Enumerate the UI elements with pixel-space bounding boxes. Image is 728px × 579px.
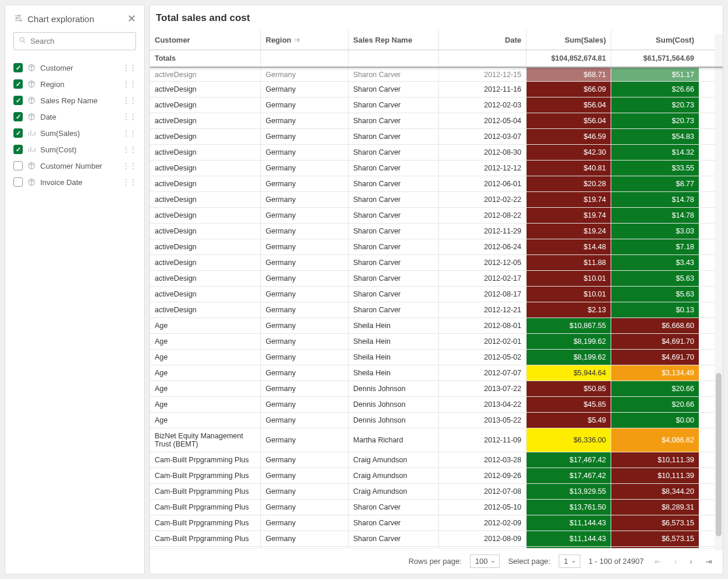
cell-customer: Age	[150, 334, 261, 349]
vertical-scrollbar[interactable]	[715, 34, 723, 550]
table-row[interactable]: activeDesignGermanySharon Carver2012-11-…	[150, 82, 723, 97]
chart-exploration-panel: Chart exploration ✕ Customer⋮⋮Region⋮⋮Sa…	[5, 5, 145, 574]
table-row[interactable]: activeDesignGermanySharon Carver2012-08-…	[150, 208, 723, 224]
drag-handle-icon[interactable]: ⋮⋮	[122, 145, 136, 154]
cell-sales: $50.85	[527, 381, 611, 396]
cell-customer: Age	[150, 318, 261, 333]
cell-customer: BizNet Equity Management Trust (BEMT)	[150, 428, 261, 452]
drag-handle-icon[interactable]: ⋮⋮	[122, 161, 136, 170]
table-row[interactable]: activeDesignGermanySharon Carver2012-06-…	[150, 176, 723, 192]
cell-date: 2012-08-09	[439, 531, 527, 546]
search-input[interactable]	[30, 37, 131, 46]
field-row[interactable]: Sales Rep Name⋮⋮	[5, 92, 144, 109]
next-page-icon[interactable]: ›	[687, 557, 695, 566]
cell-salesrep: Sharon Carver	[349, 129, 439, 144]
field-checkbox[interactable]	[13, 79, 23, 89]
scroll-thumb[interactable]	[716, 373, 722, 536]
col-header-cost[interactable]: Sum(Cost)	[611, 30, 699, 50]
rows-per-page-select[interactable]: 100	[470, 554, 500, 568]
field-checkbox[interactable]	[13, 145, 23, 154]
table-row[interactable]: Cam-Built Prpgramming PlusGermanyCraig A…	[150, 484, 723, 500]
table-row[interactable]: AgeGermanySheila Hein2012-07-07$5,944.64…	[150, 365, 723, 381]
table-row[interactable]: AgeGermanySheila Hein2012-05-02$8,199.62…	[150, 350, 723, 365]
cell-region: Germany	[261, 255, 349, 270]
drag-handle-icon[interactable]: ⋮⋮	[122, 79, 136, 89]
cell-date: 2012-11-16	[439, 82, 527, 97]
cell-salesrep: Sheila Hein	[349, 350, 439, 365]
col-header-date[interactable]: Date	[439, 30, 527, 50]
cell-date: 2012-07-08	[439, 484, 527, 499]
cell-customer: Age	[150, 365, 261, 381]
table-row[interactable]: activeDesignGermanySharon Carver2012-02-…	[150, 271, 723, 287]
last-page-icon[interactable]: ⇥	[703, 557, 715, 566]
field-row[interactable]: Customer Number⋮⋮	[5, 158, 144, 174]
cell-customer: activeDesign	[150, 82, 261, 97]
table-row[interactable]: activeDesignGermanySharon Carver2012-05-…	[150, 113, 723, 129]
cell-date: 2012-08-22	[439, 208, 527, 223]
table-row[interactable]: Cam-Built Prpgramming PlusGermanySharon …	[150, 515, 723, 531]
field-checkbox[interactable]	[13, 177, 23, 187]
table-row[interactable]: AgeGermanyDennis Johnson2013-07-22$50.85…	[150, 381, 723, 397]
cell-sales: $2.13	[527, 302, 611, 318]
table-body[interactable]: activeDesignGermanySharon Carver2012-12-…	[150, 68, 723, 548]
cell-sales: $5,944.64	[527, 365, 611, 381]
drag-handle-icon[interactable]: ⋮⋮	[122, 128, 136, 138]
table-row[interactable]: Cam-Built Prpgramming PlusGermanySharon …	[150, 500, 723, 515]
cell-customer: activeDesign	[150, 287, 261, 302]
table-row[interactable]: Cam-Built Prpgramming PlusGermanyCraig A…	[150, 468, 723, 484]
table-row[interactable]: activeDesignGermanySharon Carver2012-06-…	[150, 239, 723, 255]
field-checkbox[interactable]	[13, 96, 23, 105]
field-row[interactable]: Region⋮⋮	[5, 76, 144, 92]
table-row[interactable]: activeDesignGermanySharon Carver2012-12-…	[150, 302, 723, 318]
table-row[interactable]: activeDesignGermanySharon Carver2012-08-…	[150, 287, 723, 302]
field-row[interactable]: Invoice Date⋮⋮	[5, 174, 144, 190]
field-row[interactable]: Sum(Sales)⋮⋮	[5, 125, 144, 141]
table-row[interactable]: Cam-Built Prpgramming PlusGermanySharon …	[150, 531, 723, 547]
cell-region: Germany	[261, 381, 349, 396]
table-row[interactable]: BizNet Equity Management Trust (BEMT)Ger…	[150, 428, 723, 452]
cell-date: 2012-06-24	[439, 239, 527, 254]
field-row[interactable]: Customer⋮⋮	[5, 60, 144, 76]
col-header-sales[interactable]: Sum(Sales)	[527, 30, 611, 50]
table-row[interactable]: AgeGermanySheila Hein2012-02-01$8,199.62…	[150, 334, 723, 350]
field-checkbox[interactable]	[13, 63, 23, 72]
cell-date: 2012-12-05	[439, 255, 527, 270]
table-row[interactable]: Cam-Built Prpgramming PlusGermanyCraig A…	[150, 452, 723, 468]
drag-handle-icon[interactable]: ⋮⋮	[122, 63, 136, 72]
table-row[interactable]: AgeGermanySheila Hein2012-08-01$10,867.5…	[150, 318, 723, 334]
cell-date: 2012-07-07	[439, 365, 527, 381]
drag-handle-icon[interactable]: ⋮⋮	[122, 96, 136, 105]
col-header-region[interactable]: Region↑≡	[261, 30, 349, 50]
table-row[interactable]: activeDesignGermanySharon Carver2012-02-…	[150, 192, 723, 208]
field-checkbox[interactable]	[13, 112, 23, 121]
cell-date: 2012-09-26	[439, 468, 527, 483]
cell-cost: $4,691.70	[611, 350, 699, 365]
field-row[interactable]: Date⋮⋮	[5, 109, 144, 125]
prev-page-icon[interactable]: ‹	[672, 557, 680, 566]
drag-handle-icon[interactable]: ⋮⋮	[122, 112, 136, 121]
field-label: Customer	[40, 64, 117, 72]
cell-salesrep: Sharon Carver	[349, 192, 439, 207]
table-row[interactable]: activeDesignGermanySharon Carver2012-11-…	[150, 224, 723, 239]
close-icon[interactable]: ✕	[127, 12, 136, 25]
select-page-select[interactable]: 1	[559, 554, 580, 568]
drag-handle-icon[interactable]: ⋮⋮	[122, 177, 136, 187]
cell-region: Germany	[261, 287, 349, 302]
field-label: Customer Number	[40, 162, 117, 170]
table-row[interactable]: AgeGermanyDennis Johnson2013-05-22$5.49$…	[150, 413, 723, 428]
first-page-icon[interactable]: ⇤	[652, 557, 664, 566]
table-row[interactable]: activeDesignGermanySharon Carver2012-12-…	[150, 68, 723, 82]
field-row[interactable]: Sum(Cost)⋮⋮	[5, 141, 144, 158]
table-row[interactable]: activeDesignGermanySharon Carver2012-08-…	[150, 145, 723, 161]
table-row[interactable]: activeDesignGermanySharon Carver2012-02-…	[150, 97, 723, 113]
col-header-salesrep[interactable]: Sales Rep Name	[349, 30, 439, 50]
table-row[interactable]: AgeGermanyDennis Johnson2013-04-22$45.85…	[150, 397, 723, 413]
table-row[interactable]: activeDesignGermanySharon Carver2012-12-…	[150, 161, 723, 176]
col-header-customer[interactable]: Customer	[150, 30, 261, 50]
field-checkbox[interactable]	[13, 128, 23, 138]
table-row[interactable]: activeDesignGermanySharon Carver2012-03-…	[150, 129, 723, 145]
cell-customer: Cam-Built Prpgramming Plus	[150, 531, 261, 546]
search-input-wrap[interactable]	[13, 32, 136, 50]
field-checkbox[interactable]	[13, 161, 23, 170]
table-row[interactable]: activeDesignGermanySharon Carver2012-12-…	[150, 255, 723, 271]
